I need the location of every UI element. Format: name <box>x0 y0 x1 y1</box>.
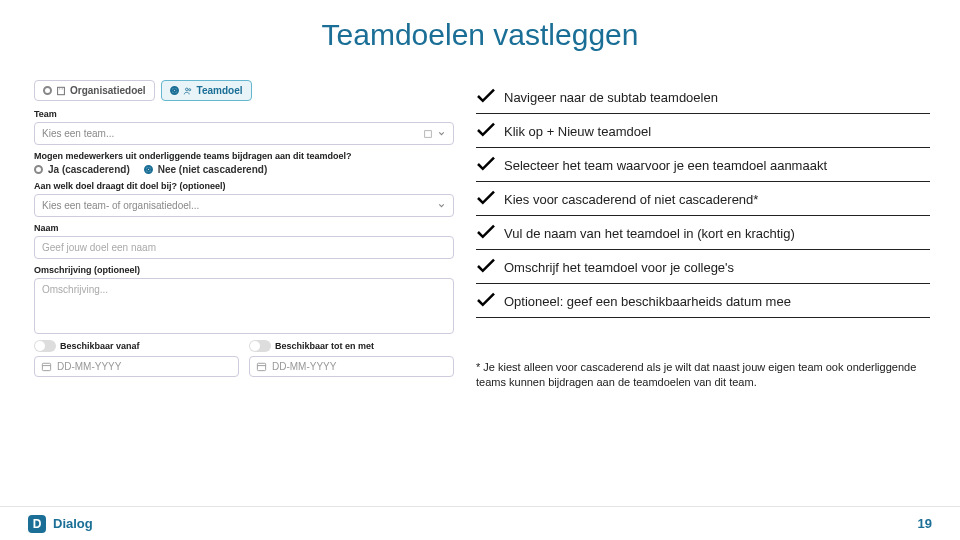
app-screenshot: Organisatiedoel Teamdoel Team Kies een t… <box>34 80 454 390</box>
select-placeholder: Kies een team- of organisatiedoel... <box>42 200 199 211</box>
list-text: Selecteer het team waarvoor je een teamd… <box>504 158 827 173</box>
field-label: Mogen medewerkers uit onderliggende team… <box>34 151 454 161</box>
chevron-down-icon <box>437 201 446 210</box>
toggle-from[interactable] <box>34 340 56 352</box>
date-to-input[interactable]: DD-MM-YYYY <box>249 356 454 377</box>
logo-icon: D <box>28 515 46 533</box>
name-input[interactable]: Geef jouw doel een naam <box>34 236 454 259</box>
field-label: Beschikbaar tot en met <box>275 341 374 351</box>
svg-rect-5 <box>425 130 432 137</box>
check-icon <box>476 258 496 274</box>
radio-label: Nee (niet cascaderend) <box>158 164 268 175</box>
list-item: Klik op + Nieuw teamdoel <box>476 114 930 148</box>
tab-label: Organisatiedoel <box>70 85 146 96</box>
calendar-icon <box>41 361 52 372</box>
svg-point-4 <box>188 88 190 90</box>
list-text: Vul de naam van het teamdoel in (kort en… <box>504 226 795 241</box>
list-item: Vul de naam van het teamdoel in (kort en… <box>476 216 930 250</box>
field-label: Team <box>34 109 454 119</box>
svg-rect-0 <box>58 87 65 95</box>
radio-icon <box>170 86 179 95</box>
users-icon <box>183 86 193 96</box>
team-select[interactable]: Kies een team... <box>34 122 454 145</box>
check-icon <box>476 292 496 308</box>
instruction-checklist: Navigeer naar de subtab teamdoelen Klik … <box>476 80 930 318</box>
radio-cascading-no[interactable]: Nee (niet cascaderend) <box>144 164 268 175</box>
svg-rect-6 <box>42 363 50 370</box>
field-label: Omschrijving (optioneel) <box>34 265 454 275</box>
contributes-select[interactable]: Kies een team- of organisatiedoel... <box>34 194 454 217</box>
calendar-icon <box>256 361 267 372</box>
page-number: 19 <box>918 516 932 531</box>
tab-organisatiedoel[interactable]: Organisatiedoel <box>34 80 155 101</box>
radio-label: Ja (cascaderend) <box>48 164 130 175</box>
list-text: Navigeer naar de subtab teamdoelen <box>504 90 718 105</box>
field-label: Aan welk doel draagt dit doel bij? (opti… <box>34 181 454 191</box>
radio-icon <box>34 165 43 174</box>
brand: D Dialog <box>28 515 93 533</box>
svg-point-3 <box>185 88 188 91</box>
date-placeholder: DD-MM-YYYY <box>57 361 121 372</box>
list-item: Omschrijf het teamdoel voor je college's <box>476 250 930 284</box>
toggle-to[interactable] <box>249 340 271 352</box>
input-placeholder: Omschrijving... <box>42 284 108 295</box>
building-icon <box>56 86 66 96</box>
description-textarea[interactable]: Omschrijving... <box>34 278 454 334</box>
field-label: Naam <box>34 223 454 233</box>
radio-icon <box>43 86 52 95</box>
list-item: Kies voor cascaderend of niet cascaderen… <box>476 182 930 216</box>
list-text: Kies voor cascaderend of niet cascaderen… <box>504 192 758 207</box>
check-icon <box>476 224 496 240</box>
footnote: * Je kiest alleen voor cascaderend als j… <box>476 360 930 390</box>
list-item: Navigeer naar de subtab teamdoelen <box>476 80 930 114</box>
picker-icon <box>423 129 433 139</box>
date-placeholder: DD-MM-YYYY <box>272 361 336 372</box>
tab-label: Teamdoel <box>197 85 243 96</box>
brand-name: Dialog <box>53 516 93 531</box>
page-title: Teamdoelen vastleggen <box>0 18 960 52</box>
list-item: Optioneel: geef een beschikbaarheids dat… <box>476 284 930 318</box>
list-text: Optioneel: geef een beschikbaarheids dat… <box>504 294 791 309</box>
list-item: Selecteer het team waarvoor je een teamd… <box>476 148 930 182</box>
slide-footer: D Dialog 19 <box>0 506 960 540</box>
check-icon <box>476 88 496 104</box>
tab-teamdoel[interactable]: Teamdoel <box>161 80 252 101</box>
input-placeholder: Geef jouw doel een naam <box>42 242 156 253</box>
list-text: Klik op + Nieuw teamdoel <box>504 124 651 139</box>
check-icon <box>476 190 496 206</box>
radio-cascading-yes[interactable]: Ja (cascaderend) <box>34 164 130 175</box>
field-label: Beschikbaar vanaf <box>60 341 140 351</box>
check-icon <box>476 156 496 172</box>
date-from-input[interactable]: DD-MM-YYYY <box>34 356 239 377</box>
check-icon <box>476 122 496 138</box>
select-placeholder: Kies een team... <box>42 128 114 139</box>
svg-rect-8 <box>257 363 265 370</box>
chevron-down-icon <box>437 129 446 138</box>
radio-icon <box>144 165 153 174</box>
list-text: Omschrijf het teamdoel voor je college's <box>504 260 734 275</box>
